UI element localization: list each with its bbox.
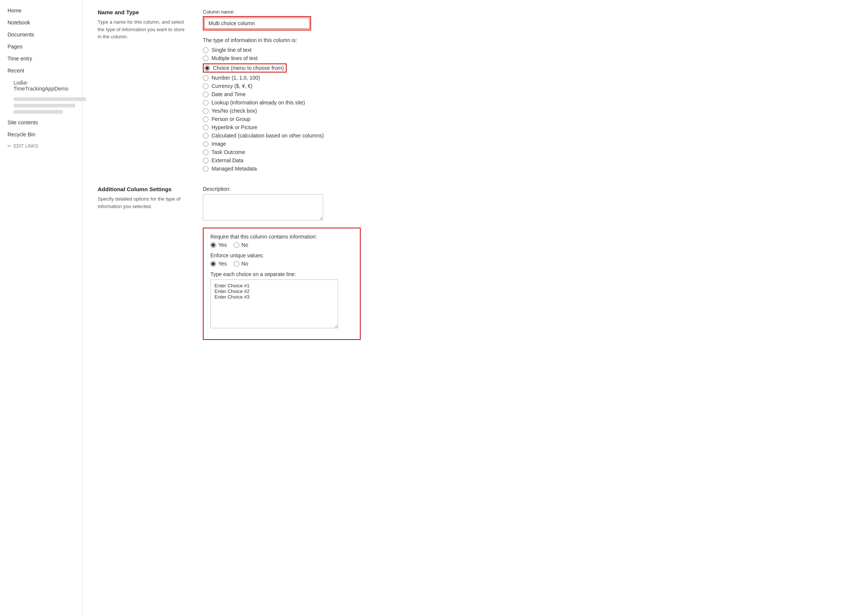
radio-external-label[interactable]: External Data (212, 157, 244, 163)
radio-number-label[interactable]: Number (1, 1.0, 100) (212, 75, 260, 81)
section1-fields: Column name: The type of information in … (203, 9, 846, 174)
radio-external-input[interactable] (203, 158, 209, 163)
radio-managed-label[interactable]: Managed Metadata (212, 166, 257, 172)
radio-yesno[interactable]: Yes/No (check box) (203, 108, 846, 114)
radio-person-label[interactable]: Person or Group (212, 116, 251, 122)
sidebar-item-pages[interactable]: Pages (0, 41, 82, 53)
sidebar-blurred-1 (14, 97, 86, 101)
radio-calc-input[interactable] (203, 133, 209, 138)
radio-multi-line-label[interactable]: Multiple lines of text (212, 55, 258, 61)
pencil-icon: ✏ (8, 143, 11, 149)
radio-choice[interactable]: Choice (menu to choose from) (204, 65, 284, 71)
sidebar-blurred-3 (14, 110, 63, 114)
radio-currency-input[interactable] (203, 83, 209, 89)
enforce-label: Enforce unique values: (211, 252, 353, 258)
radio-choice-input[interactable] (204, 65, 210, 71)
choices-row: Type each choice on a separate line: Ent… (211, 271, 353, 329)
section-additional-settings: Additional Column Settings Specify detai… (98, 186, 846, 340)
radio-image-label[interactable]: Image (212, 141, 226, 147)
radio-person[interactable]: Person or Group (203, 116, 846, 122)
sidebar-item-notebook[interactable]: Notebook (0, 17, 82, 28)
radio-multi-line[interactable]: Multiple lines of text (203, 55, 846, 61)
radio-hyperlink-input[interactable] (203, 125, 209, 130)
radio-task-input[interactable] (203, 149, 209, 155)
choices-label: Type each choice on a separate line: (211, 271, 353, 277)
require-no-label[interactable]: No (234, 242, 248, 248)
description-label: Description: (203, 186, 846, 192)
radio-lookup-input[interactable] (203, 100, 209, 105)
radio-datetime-input[interactable] (203, 92, 209, 97)
column-name-input[interactable] (204, 18, 310, 29)
sidebar-item-recycle-bin[interactable]: Recycle Bin (0, 129, 82, 140)
sidebar-item-recent[interactable]: Recent (0, 64, 82, 77)
radio-managed[interactable]: Managed Metadata (203, 166, 846, 172)
require-row: Require that this column contains inform… (211, 234, 353, 248)
enforce-radio-group: Yes No (211, 261, 353, 267)
radio-single-line[interactable]: Single line of text (203, 47, 846, 53)
require-no-text: No (242, 242, 248, 248)
require-radio-group: Yes No (211, 242, 353, 248)
radio-calc-label[interactable]: Calculated (calculation based on other c… (212, 133, 324, 138)
main-content: Name and Type Type a name for this colum… (83, 0, 861, 616)
sidebar-item-site-contents[interactable]: Site contents (0, 116, 82, 129)
enforce-no-text: No (242, 261, 248, 267)
radio-datetime-label[interactable]: Date and Time (212, 91, 246, 97)
choices-textarea[interactable]: Enter Choice #1 Enter Choice #2 Enter Ch… (211, 280, 338, 328)
radio-calc[interactable]: Calculated (calculation based on other c… (203, 133, 846, 138)
enforce-no-label[interactable]: No (234, 261, 248, 267)
radio-managed-input[interactable] (203, 166, 209, 172)
description-textarea[interactable] (203, 194, 323, 220)
radio-image[interactable]: Image (203, 141, 846, 147)
radio-single-line-label[interactable]: Single line of text (212, 47, 252, 53)
radio-lookup-label[interactable]: Lookup (information already on this site… (212, 99, 305, 105)
edit-links-label: EDIT LINKS (14, 143, 38, 149)
radio-task-label[interactable]: Task Outcome (212, 149, 245, 155)
require-no-input[interactable] (234, 242, 239, 248)
radio-yesno-label[interactable]: Yes/No (check box) (212, 108, 257, 114)
radio-image-input[interactable] (203, 141, 209, 147)
radio-person-input[interactable] (203, 116, 209, 122)
require-yes-label[interactable]: Yes (211, 242, 227, 248)
radio-number-input[interactable] (203, 75, 209, 81)
radio-number[interactable]: Number (1, 1.0, 100) (203, 75, 846, 81)
section2-desc: Specify detailed options for the type of… (98, 195, 188, 210)
require-yes-text: Yes (218, 242, 227, 248)
settings-box: Require that this column contains inform… (203, 228, 361, 340)
radio-choice-border: Choice (menu to choose from) (203, 63, 287, 72)
sidebar-item-timeentry[interactable]: Time entry (0, 53, 82, 64)
sidebar-item-home[interactable]: Home (0, 5, 82, 17)
sidebar-item-documents[interactable]: Documents (0, 28, 82, 41)
section2-fields: Description: Require that this column co… (203, 186, 846, 340)
column-name-label: Column name: (203, 9, 846, 15)
radio-hyperlink[interactable]: Hyperlink or Picture (203, 124, 846, 130)
enforce-row: Enforce unique values: Yes No (211, 252, 353, 267)
radio-currency[interactable]: Currency ($, ¥, €) (203, 83, 846, 89)
sidebar-item-ludia[interactable]: Ludia-TimeTrackingAppDemo (0, 77, 82, 95)
sidebar-blurred-2 (14, 104, 75, 107)
require-yes-input[interactable] (211, 242, 216, 248)
section1-label: Name and Type Type a name for this colum… (98, 9, 188, 174)
section2-title: Additional Column Settings (98, 186, 188, 192)
radio-currency-label[interactable]: Currency ($, ¥, €) (212, 83, 253, 89)
radio-yesno-input[interactable] (203, 108, 209, 114)
radio-external[interactable]: External Data (203, 157, 846, 163)
radio-hyperlink-label[interactable]: Hyperlink or Picture (212, 124, 257, 130)
radio-lookup[interactable]: Lookup (information already on this site… (203, 99, 846, 105)
radio-task[interactable]: Task Outcome (203, 149, 846, 155)
enforce-yes-input[interactable] (211, 261, 216, 267)
radio-datetime[interactable]: Date and Time (203, 91, 846, 97)
section2-label: Additional Column Settings Specify detai… (98, 186, 188, 340)
column-name-border (203, 16, 311, 30)
edit-links-button[interactable]: ✏ EDIT LINKS (0, 140, 82, 152)
sidebar: Home Notebook Documents Pages Time entry… (0, 0, 83, 616)
radio-choice-label[interactable]: Choice (menu to choose from) (213, 65, 284, 71)
enforce-yes-label[interactable]: Yes (211, 261, 227, 267)
column-name-group: Column name: (203, 9, 846, 30)
section-name-and-type: Name and Type Type a name for this colum… (98, 9, 846, 174)
enforce-yes-text: Yes (218, 261, 227, 267)
radio-single-line-input[interactable] (203, 47, 209, 53)
section1-title: Name and Type (98, 9, 188, 16)
enforce-no-input[interactable] (234, 261, 239, 267)
radio-multi-line-input[interactable] (203, 56, 209, 61)
type-info-label: The type of information in this column i… (203, 37, 846, 43)
